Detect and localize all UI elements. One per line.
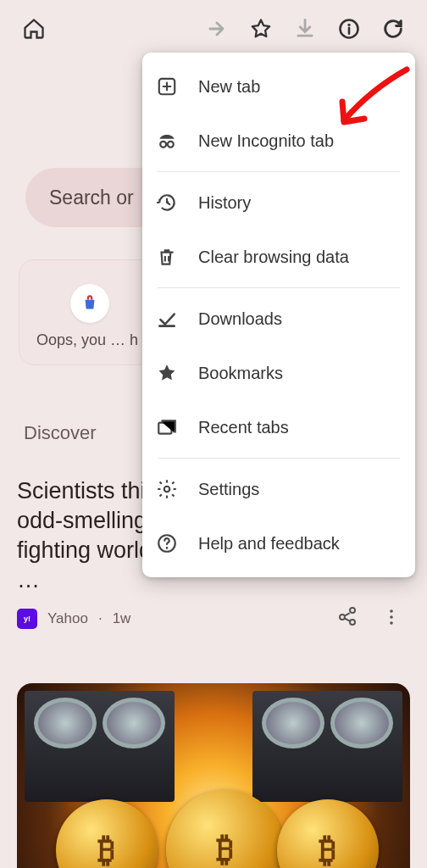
- menu-item-downloads[interactable]: Downloads: [142, 292, 415, 346]
- menu-item-history[interactable]: History: [142, 175, 415, 230]
- menu-label: Bookmarks: [198, 364, 283, 383]
- source-badge: y!: [17, 609, 37, 629]
- menu-item-clear-data[interactable]: Clear browsing data: [142, 230, 415, 284]
- menu-item-settings[interactable]: Settings: [142, 462, 415, 516]
- plus-box-icon: [156, 75, 178, 97]
- info-icon: [337, 17, 361, 41]
- article-image[interactable]: ₿ ₿ ₿: [17, 683, 410, 868]
- info-button[interactable]: [327, 7, 371, 51]
- discover-heading: Discover: [24, 422, 97, 444]
- history-icon: [156, 192, 178, 214]
- menu-divider: [158, 171, 400, 172]
- menu-divider: [158, 458, 400, 459]
- reload-button[interactable]: [371, 7, 415, 51]
- menu-label: History: [198, 193, 251, 213]
- browser-menu: New tab New Incognito tab History Clear …: [142, 53, 415, 577]
- home-button[interactable]: [12, 7, 56, 51]
- forward-button[interactable]: [195, 7, 239, 51]
- download-button[interactable]: [283, 7, 327, 51]
- forward-icon: [205, 17, 229, 41]
- share-icon: [337, 607, 358, 627]
- menu-label: New Incognito tab: [198, 131, 334, 151]
- more-vert-icon: [381, 607, 402, 627]
- toolbar: [0, 0, 427, 58]
- menu-label: Recent tabs: [198, 418, 289, 437]
- svg-point-11: [166, 547, 169, 549]
- svg-point-3: [390, 616, 393, 620]
- star-filled-icon: [156, 362, 178, 384]
- menu-item-new-tab[interactable]: New tab: [142, 59, 415, 114]
- menu-item-new-incognito[interactable]: New Incognito tab: [142, 114, 415, 168]
- article-source: Yahoo: [47, 610, 88, 627]
- gear-icon: [156, 478, 178, 500]
- article-age: 1w: [113, 610, 131, 627]
- menu-item-help[interactable]: Help and feedback: [142, 516, 415, 570]
- more-button[interactable]: [381, 607, 402, 631]
- home-icon: [22, 17, 46, 41]
- star-icon: [249, 17, 273, 41]
- menu-label: Downloads: [198, 309, 282, 329]
- download-check-icon: [156, 308, 178, 330]
- star-button[interactable]: [239, 7, 283, 51]
- svg-point-6: [160, 142, 166, 147]
- help-icon: [156, 532, 178, 554]
- svg-point-9: [164, 487, 170, 492]
- recent-tabs-icon: [156, 416, 178, 438]
- svg-point-4: [390, 622, 393, 626]
- svg-point-7: [168, 142, 174, 147]
- menu-item-bookmarks[interactable]: Bookmarks: [142, 346, 415, 400]
- incognito-icon: [156, 130, 178, 152]
- byline-sep: ·: [98, 610, 103, 627]
- menu-label: Settings: [198, 480, 259, 499]
- menu-divider: [158, 287, 400, 288]
- menu-item-recent-tabs[interactable]: Recent tabs: [142, 400, 415, 454]
- reload-icon: [381, 17, 405, 41]
- search-placeholder: Search or: [49, 186, 134, 209]
- menu-label: New tab: [198, 77, 260, 97]
- svg-point-2: [390, 610, 393, 614]
- menu-label: Help and feedback: [198, 534, 340, 554]
- download-icon: [293, 17, 317, 41]
- shopping-icon: [70, 284, 109, 323]
- trash-icon: [156, 246, 178, 268]
- menu-label: Clear browsing data: [198, 248, 349, 267]
- share-button[interactable]: [337, 607, 358, 631]
- svg-point-1: [347, 24, 350, 26]
- article-byline-row: y! Yahoo · 1w: [17, 607, 410, 631]
